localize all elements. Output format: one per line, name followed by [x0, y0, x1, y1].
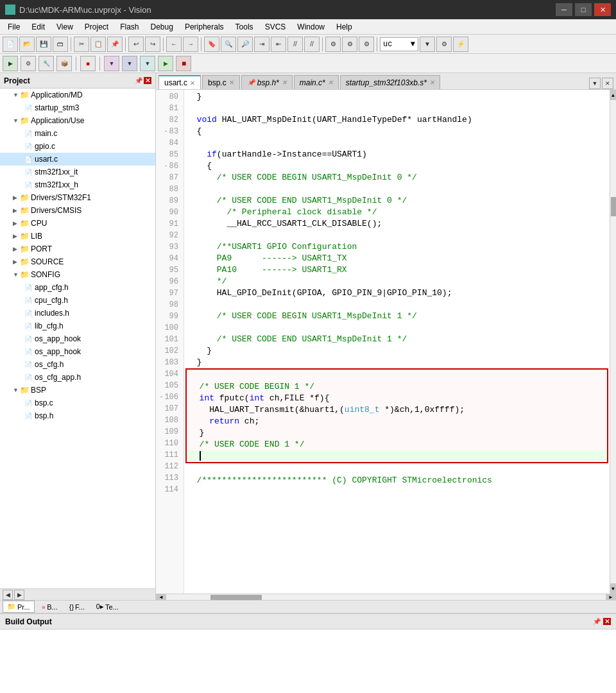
- debug-run-button[interactable]: ●: [80, 56, 96, 71]
- menu-window[interactable]: Window: [292, 21, 330, 33]
- menu-project[interactable]: Project: [80, 21, 114, 33]
- menu-tools[interactable]: Tools: [230, 21, 259, 33]
- code-area[interactable]: } void HAL_UART_MspDeInit(UART_HandleTyp…: [184, 90, 610, 594]
- scroll-right-button[interactable]: ▶: [14, 590, 24, 600]
- fold-106[interactable]: -: [158, 391, 164, 403]
- hscroll-left-button[interactable]: ◀: [156, 594, 166, 601]
- tree-item-gpioc[interactable]: 📄 gpio.c: [0, 140, 155, 153]
- menu-edit[interactable]: Edit: [26, 21, 50, 33]
- scroll-up-button[interactable]: ▲: [610, 90, 617, 100]
- tree-item-drivers-cmsis[interactable]: ▶ 📁 Drivers/CMSIS: [0, 204, 155, 217]
- tree-item-port[interactable]: ▶ 📁 PORT: [0, 243, 155, 255]
- menu-file[interactable]: File: [3, 21, 25, 33]
- close-panel-icon[interactable]: ✕: [144, 77, 151, 84]
- tree-item-cpucfg[interactable]: 📄 cpu_cfg.h: [0, 294, 155, 307]
- menu-debug[interactable]: Debug: [146, 21, 178, 33]
- minimize-button[interactable]: ─: [556, 3, 572, 16]
- btab-templates[interactable]: 0▸ Te...: [92, 601, 123, 613]
- menu-svcs[interactable]: SVCS: [260, 21, 291, 33]
- paste-button[interactable]: 📌: [107, 37, 123, 52]
- rebuild-button[interactable]: 🔧: [38, 56, 54, 71]
- btab-books[interactable]: ● B...: [37, 601, 62, 613]
- tree-item-osapphook1[interactable]: 📄 os_app_hook: [0, 332, 155, 345]
- tree-item-bsp[interactable]: ▼ 📁 BSP: [0, 384, 155, 397]
- fold-86[interactable]: -: [163, 160, 169, 172]
- maximize-button[interactable]: □: [575, 3, 592, 16]
- target-dropdown[interactable]: uc▼: [380, 37, 418, 51]
- fold-83[interactable]: -: [163, 126, 169, 137]
- tree-item-appuse[interactable]: ▼ 📁 Application/Use: [0, 114, 155, 127]
- tree-item-stm32it[interactable]: 📄 stm32f1xx_it: [0, 166, 155, 178]
- menu-peripherals[interactable]: Peripherals: [180, 21, 229, 33]
- tab-usartc[interactable]: usart.c ✕: [158, 75, 201, 89]
- menu-help[interactable]: Help: [331, 21, 357, 33]
- scroll-left-button[interactable]: ◀: [3, 590, 13, 600]
- save-all-button[interactable]: 🗃: [53, 37, 68, 52]
- toolbar-extra1[interactable]: ⚙: [325, 37, 341, 52]
- tree-item-cpu[interactable]: ▶ 📁 CPU: [0, 217, 155, 230]
- menu-flash[interactable]: Flash: [115, 21, 144, 33]
- tree-item-stm32h[interactable]: 📄 stm32f1xx_h: [0, 178, 155, 191]
- tab-startup[interactable]: startup_stm32f103xb.s* ✕: [340, 75, 440, 89]
- tree-item-startup[interactable]: 📄 startup_stm3: [0, 101, 155, 114]
- indent-button[interactable]: ⇥: [254, 37, 270, 52]
- undo-button[interactable]: ↩: [128, 37, 144, 52]
- run-button[interactable]: ▶: [158, 56, 173, 71]
- save-button[interactable]: 💾: [36, 37, 51, 52]
- bookmark-button[interactable]: 🔖: [204, 37, 219, 52]
- tree-item-oscfg[interactable]: 📄 os_cfg.h: [0, 358, 155, 371]
- toolbar-func2[interactable]: ⚡: [453, 37, 468, 52]
- btab-funcs[interactable]: {} F...: [65, 601, 89, 613]
- tab-close-bspc[interactable]: ✕: [229, 79, 234, 86]
- redo-button[interactable]: ↪: [145, 37, 160, 52]
- forward-button[interactable]: →: [183, 37, 198, 52]
- close-all-tabs-button[interactable]: ✕: [602, 78, 613, 89]
- download-button[interactable]: ▼: [104, 56, 119, 71]
- tab-mainc[interactable]: main.c* ✕: [294, 75, 339, 89]
- copy-button[interactable]: 📋: [90, 37, 106, 52]
- toolbar-extra2[interactable]: ⚙: [342, 37, 357, 52]
- btab-project[interactable]: 📁 Pr...: [3, 601, 35, 613]
- tree-item-drivers-stm[interactable]: ▶ 📁 Drivers/STM32F1: [0, 191, 155, 204]
- stop-button[interactable]: ⏹: [176, 56, 191, 71]
- tab-list-button[interactable]: ▼: [589, 78, 601, 89]
- dropdown-arrow[interactable]: ▼: [420, 37, 435, 52]
- open-file-button[interactable]: 📂: [19, 37, 35, 52]
- tab-close-usartc[interactable]: ✕: [190, 80, 195, 87]
- hscroll-thumb[interactable]: [210, 595, 262, 600]
- hscroll-right-button[interactable]: ▶: [606, 594, 616, 601]
- tree-item-appcfg[interactable]: 📄 app_cfg.h: [0, 281, 155, 294]
- tree-item-osapphook2[interactable]: 📄 os_app_hook: [0, 345, 155, 358]
- editor-vertical-scrollbar[interactable]: ▲ ▼: [610, 90, 616, 594]
- tree-item-appmd[interactable]: ▼ 📁 Application/MD: [0, 89, 155, 101]
- tree-item-lib[interactable]: ▶ 📁 LIB: [0, 230, 155, 243]
- new-file-button[interactable]: 📄: [3, 37, 18, 52]
- tree-item-libcfg[interactable]: 📄 lib_cfg.h: [0, 320, 155, 332]
- build-button[interactable]: ▶: [3, 56, 18, 71]
- cut-button[interactable]: ✂: [74, 37, 89, 52]
- comment-button[interactable]: //: [287, 37, 303, 52]
- pin-build-icon[interactable]: 📌: [593, 618, 601, 625]
- tab-bsph[interactable]: 📌 bsp.h* ✕: [241, 75, 293, 89]
- tab-close-startup[interactable]: ✕: [429, 79, 434, 86]
- download2-button[interactable]: ▼: [122, 56, 137, 71]
- tree-item-includes[interactable]: 📄 includes.h: [0, 307, 155, 320]
- download3-button[interactable]: ▼: [140, 56, 155, 71]
- scroll-track[interactable]: [610, 100, 617, 583]
- translate-button[interactable]: ⚙: [21, 56, 36, 71]
- pin-icon[interactable]: 📌: [135, 77, 142, 84]
- tree-item-bspc[interactable]: 📄 bsp.c: [0, 397, 155, 409]
- tree-item-bsph[interactable]: 📄 bsp.h: [0, 409, 155, 422]
- menu-view[interactable]: View: [51, 21, 78, 33]
- tree-item-source[interactable]: ▶ 📁 SOURCE: [0, 255, 155, 268]
- scroll-thumb[interactable]: [611, 197, 616, 216]
- tab-close-bsph[interactable]: ✕: [282, 79, 287, 86]
- tab-bspc[interactable]: bsp.c ✕: [202, 75, 240, 89]
- uncomment-button[interactable]: //: [304, 37, 320, 52]
- hscroll-track[interactable]: [166, 594, 606, 601]
- find-button[interactable]: 🔍: [221, 37, 236, 52]
- toolbar-func1[interactable]: ⚙: [436, 37, 452, 52]
- close-build-icon[interactable]: ✕: [603, 618, 611, 625]
- editor-horizontal-scrollbar[interactable]: ◀ ▶: [156, 594, 616, 600]
- tree-item-usartc[interactable]: 📄 usart.c: [0, 153, 155, 166]
